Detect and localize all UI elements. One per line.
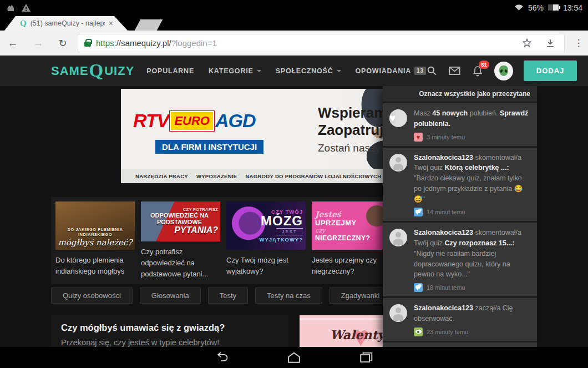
main-nav: POPULARNE KATEGORIE SPOŁECZNOŚĆ OPOWIADA… [146,67,425,75]
filter-glosowania[interactable]: Głosowania [140,288,201,304]
battery-icon [548,4,559,11]
notification-item[interactable]: Szalonakocica123 zaczął/a Cię obserwować… [383,298,537,341]
filter-zgadywanki[interactable]: Zgadywanki [330,288,391,304]
comment-badge-icon [414,283,423,292]
notification-item[interactable]: ♥ Masz 45 nowych polubień. Sprawdź polub… [383,103,537,146]
site-logo[interactable]: sameQuizy [51,61,134,81]
notification-time: 23 minuty temu [427,329,468,335]
notification-time: 18 minut temu [427,284,465,291]
alien-avatar-image [499,65,508,76]
download-icon[interactable] [545,38,556,49]
quiz-card-image[interactable]: CZY TWÓJ MÓZG JEST WYJĄTKOWY? [226,201,306,250]
url-bar[interactable]: https://samequizy.pl/?loggedin=1 [78,34,565,52]
browser-toolbar: ← → ↻ https://samequizy.pl/?loggedin=1 ⋮ [0,31,588,56]
tab-strip: Q (51) sameQuizy - najlepsz × [0,15,588,31]
ad-link[interactable]: NARZĘDZIA PRACY [135,173,188,179]
app-notification-icon [6,3,16,12]
screen: 56% 13:54 Q (51) sameQuizy - najlepsz × … [0,0,588,368]
search-icon[interactable] [426,65,438,77]
quiz-card[interactable]: CZY POTRAFISZ ODPOWIEDZIEĆ NA PODSTAWOWE… [141,201,220,280]
site-viewport: sameQuizy POPULARNE KATEGORIE SPOŁECZNOŚ… [0,56,588,347]
notification-time: 3 minuty temu [427,134,465,140]
chevron-down-icon [337,70,341,72]
user-avatar[interactable] [494,62,513,80]
comment-badge-icon [414,208,423,216]
notifications-bell-icon[interactable]: 51 [472,65,484,77]
user-avatar [389,304,407,322]
ad-link[interactable]: NAGRODY DO PROGRAMÓW LOJALNOŚCIOWYCH [245,173,381,179]
add-quiz-button[interactable]: DODAJ [524,61,577,81]
quiz-card-image[interactable]: CZY POTRAFISZ ODPOWIEDZIEĆ NA PODSTAWOWE… [141,201,220,241]
quiz-card[interactable]: CZY TWÓJ MÓZG JEST WYJĄTKOWY? Czy Twój m… [226,201,306,280]
quiz-card[interactable]: Jesteś UPRZEJMY czy NIEGRZECZNY? Jesteś … [312,201,391,280]
wifi-icon [514,4,524,11]
quiz-card-caption[interactable]: Do którego plemienia indiańskiego mógłby… [55,250,135,277]
overflow-menu-icon[interactable]: ⋮ [569,37,588,49]
battery-percent: 56% [528,3,544,12]
url-text[interactable]: https://samequizy.pl/?loggedin=1 [96,38,516,48]
nav-opowiadania[interactable]: OPOWIADANIA13 [356,67,426,75]
quiz-card-caption[interactable]: Czy Twój mózg jest wyjątkowy? [226,250,306,277]
mark-all-read-button[interactable]: Oznacz wszystkie jako przeczytane [383,86,537,102]
nav-kategorie[interactable]: KATEGORIE [209,67,261,75]
android-home-button[interactable] [286,351,302,364]
android-recents-button[interactable] [358,351,374,364]
user-avatar [389,229,407,246]
warning-icon [21,3,31,12]
likes-avatar: ♥ [389,109,407,127]
rtv-euro-agd-logo: RTVEUROAGD [133,110,256,132]
back-icon[interactable]: ← [0,37,26,49]
quiz-card-caption[interactable]: Czy potrafisz odpowiedzieć na podstawowe… [141,241,220,280]
browser-tab[interactable]: Q (51) sameQuizy - najlepsz × [4,16,128,31]
category-filters: Quizy osobowości Głosowania Testy Testy … [51,288,434,304]
notification-item[interactable]: Szalonakocica123 skomentował/a Twój quiz… [383,223,537,296]
quiz-card-image[interactable]: DO JAKIEGO PLEMIENIA INDIAŃSKIEGO mógłby… [55,201,135,250]
tab-title: (51) sameQuizy - najlepsz [31,19,105,27]
lock-icon[interactable] [84,42,91,47]
site-header: sameQuizy POPULARNE KATEGORIE SPOŁECZNOŚ… [0,56,588,86]
featured-quiz-title[interactable]: Czy mógłbyś umawiać się z gwiazdą? [61,322,278,333]
quiz-cards-row: DO JAKIEGO PLEMIENIA INDIAŃSKIEGO mógłby… [51,197,396,284]
follow-badge-icon [414,327,423,336]
filter-testy[interactable]: Testy [208,288,248,304]
notifications-panel: Oznacz wszystkie jako przeczytane ♥ Masz… [383,86,537,343]
like-badge-icon: ♥ [414,133,423,142]
header-actions: 51 DODAJ [426,61,577,81]
notification-item[interactable]: Szalonakocica123 skomentował/a Twój quiz… [383,148,537,221]
ad-link[interactable]: WYPOSAŻENIE [196,173,237,179]
nav-popularne[interactable]: POPULARNE [146,67,194,75]
notification-count-badge: 51 [479,61,489,69]
featured-quiz-card[interactable]: Czy mógłbyś umawiać się z gwiazdą? Przek… [51,315,288,347]
user-avatar [389,154,407,172]
forward-icon: → [26,37,51,49]
quiz-card-image[interactable]: Jesteś UPRZEJMY czy NIEGRZECZNY? [312,201,391,250]
clock: 13:54 [563,3,582,12]
android-status-bar: 56% 13:54 [0,0,588,15]
filter-quizy-osobowosci[interactable]: Quizy osobowości [51,288,133,304]
tab-close-icon[interactable]: × [109,19,113,28]
messages-icon[interactable] [449,65,461,77]
ad-tagline: DLA FIRM I INSTYTUCJI [155,140,263,154]
android-back-button[interactable] [214,351,230,364]
reload-icon[interactable]: ↻ [51,37,74,49]
quiz-card-caption[interactable]: Jesteś uprzejmy czy niegrzeczny? [312,250,391,277]
new-tab-button[interactable] [135,19,163,31]
notification-time: 14 minut temu [427,209,465,215]
heart-icon: ♥ [389,112,396,124]
featured-quiz-subtitle: Przekonaj się, czy jesteś w typie celebr… [61,338,278,347]
opowiadania-count-badge: 13 [414,67,426,75]
filter-testy-na-czas[interactable]: Testy na czas [255,288,322,304]
bookmark-star-icon[interactable] [521,38,533,49]
favicon: Q [20,19,27,28]
notification-item[interactable]: niczka33 skomentował/a Twój quiz Którą c… [383,342,537,347]
chevron-down-icon [257,70,261,72]
quiz-card[interactable]: DO JAKIEGO PLEMIENIA INDIAŃSKIEGO mógłby… [55,201,135,280]
android-nav-bar [0,347,588,368]
nav-spolecznosc[interactable]: SPOŁECZNOŚĆ [276,67,341,75]
